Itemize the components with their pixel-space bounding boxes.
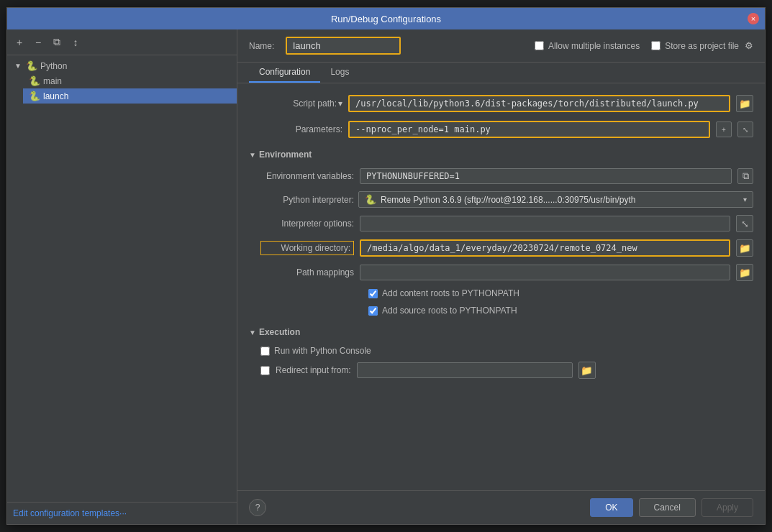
cancel-button[interactable]: Cancel	[639, 498, 696, 517]
working-dir-input[interactable]	[360, 239, 730, 257]
redirect-input-row: Redirect input from: 📁	[260, 362, 753, 379]
add-content-roots-checkbox[interactable]	[368, 289, 378, 298]
tab-logs[interactable]: Logs	[320, 63, 359, 83]
allow-multiple-group: Allow multiple instances	[535, 41, 640, 51]
tab-bar: Configuration Logs	[237, 63, 765, 83]
tab-configuration[interactable]: Configuration	[249, 63, 320, 83]
run-python-console-checkbox[interactable]	[260, 347, 270, 356]
store-project-checkbox[interactable]	[651, 41, 660, 50]
working-dir-browse-button[interactable]: 📁	[736, 239, 753, 257]
interpreter-select-text: Remote Python 3.6.9 (sftp://root@192.168…	[381, 195, 739, 205]
redirect-input-field[interactable]	[357, 362, 573, 378]
ok-button[interactable]: OK	[590, 498, 632, 517]
env-section-title: Environment	[259, 150, 312, 160]
sidebar-footer: Edit configuration templates···	[7, 502, 237, 524]
run-python-console-label: Run with Python Console	[274, 346, 371, 356]
sidebar: + − ⧉ ↕ ▼ 🐍 Python 🐍 main	[7, 29, 237, 524]
help-button[interactable]: ?	[249, 499, 266, 516]
python-group-icon: 🐍	[26, 60, 37, 71]
tree-node-main[interactable]: 🐍 main	[23, 73, 237, 88]
config-content: Script path: ▾ 📁 Parameters: + ⤡	[237, 83, 765, 490]
store-project-group: Store as project file ⚙	[651, 40, 753, 51]
allow-multiple-checkbox[interactable]	[535, 41, 544, 50]
store-project-label: Store as project file	[665, 41, 739, 51]
sidebar-toolbar: + − ⧉ ↕	[7, 29, 237, 55]
tree-main-label: main	[43, 76, 62, 86]
tree-expand-icon: ▼	[13, 61, 23, 71]
main-icon: 🐍	[29, 75, 40, 86]
script-dropdown-icon: ▾	[338, 98, 342, 109]
params-label: Parameters:	[249, 124, 342, 134]
apply-button[interactable]: Apply	[701, 498, 753, 517]
working-dir-row: Working directory: 📁	[260, 239, 753, 257]
close-button[interactable]: ×	[748, 13, 759, 24]
dialog-body: + − ⧉ ↕ ▼ 🐍 Python 🐍 main	[7, 29, 765, 524]
environment-section: Environment variables: ⧉ Python interpre…	[249, 168, 753, 316]
header-row: Name: Allow multiple instances Store as …	[237, 29, 765, 63]
exec-section-arrow: ▼	[249, 329, 256, 336]
execution-section-header: ▼ Execution	[249, 327, 753, 337]
interpreter-options-label: Interpreter options:	[260, 219, 354, 229]
script-browse-button[interactable]: 📁	[736, 95, 753, 112]
allow-multiple-label: Allow multiple instances	[548, 41, 640, 51]
add-source-roots-checkbox[interactable]	[368, 306, 378, 316]
env-vars-input[interactable]	[360, 168, 732, 184]
env-section-arrow: ▼	[249, 151, 256, 159]
path-mappings-input[interactable]	[360, 265, 730, 280]
add-content-roots-label: Add content roots to PYTHONPATH	[382, 288, 519, 298]
execution-section: Run with Python Console Redirect input f…	[249, 346, 753, 379]
working-dir-label: Working directory:	[260, 241, 354, 255]
add-source-roots-label: Add source roots to PYTHONPATH	[382, 306, 517, 316]
script-path-label-button[interactable]: Script path: ▾	[249, 98, 342, 109]
run-debug-dialog: Run/Debug Configurations × + − ⧉ ↕ ▼ 🐍 P…	[6, 7, 766, 525]
interpreter-options-expand-button[interactable]: ⤡	[736, 215, 753, 232]
copy-config-button[interactable]: ⧉	[49, 35, 65, 50]
remove-config-button[interactable]: −	[30, 35, 46, 50]
main-panel: Name: Allow multiple instances Store as …	[237, 29, 765, 524]
title-bar: Run/Debug Configurations ×	[7, 8, 765, 29]
path-mappings-row: Path mappings 📁	[260, 264, 753, 281]
run-python-console-row: Run with Python Console	[260, 346, 753, 356]
params-input[interactable]	[348, 121, 710, 138]
environment-section-header: ▼ Environment	[249, 150, 753, 160]
exec-section-title: Execution	[259, 327, 300, 337]
sort-config-button[interactable]: ↕	[68, 35, 83, 50]
add-config-button[interactable]: +	[12, 35, 27, 50]
interpreter-options-row: Interpreter options: ⤡	[260, 215, 753, 232]
edit-templates-link[interactable]: Edit configuration templates···	[13, 508, 127, 518]
tree-python-label: Python	[40, 61, 67, 71]
path-mappings-label: Path mappings	[260, 267, 354, 278]
name-input[interactable]	[286, 37, 401, 55]
params-row: Parameters: + ⤡	[249, 121, 753, 138]
tree-children: 🐍 main 🐍 launch	[7, 73, 237, 104]
env-vars-label: Environment variables:	[260, 171, 354, 181]
add-source-roots-row: Add source roots to PYTHONPATH	[260, 306, 753, 316]
redirect-input-label: Redirect input from:	[276, 365, 351, 375]
interpreter-label: Python interpreter:	[260, 195, 354, 205]
sidebar-tree: ▼ 🐍 Python 🐍 main 🐍 launch	[7, 55, 237, 502]
redirect-input-checkbox[interactable]	[260, 366, 270, 375]
redirect-browse-button[interactable]: 📁	[578, 362, 596, 379]
name-label: Name:	[249, 41, 274, 51]
gear-icon: ⚙	[745, 40, 753, 51]
interpreter-select[interactable]: 🐍 Remote Python 3.6.9 (sftp://root@192.1…	[358, 191, 753, 208]
params-expand-button[interactable]: +	[716, 121, 732, 137]
script-path-input[interactable]	[348, 95, 730, 112]
add-content-roots-row: Add content roots to PYTHONPATH	[260, 288, 753, 298]
interpreter-options-input[interactable]	[360, 216, 730, 231]
script-path-label: Script path:	[293, 98, 337, 109]
path-mappings-browse-button[interactable]: 📁	[736, 264, 753, 281]
tree-node-python[interactable]: ▼ 🐍 Python	[7, 58, 237, 73]
interpreter-row: Python interpreter: 🐍 Remote Python 3.6.…	[260, 191, 753, 208]
script-path-row: Script path: ▾ 📁	[249, 95, 753, 112]
tree-node-launch[interactable]: 🐍 launch	[23, 88, 237, 104]
dialog-footer: ? OK Cancel Apply	[237, 490, 765, 524]
env-vars-copy-button[interactable]: ⧉	[737, 168, 753, 184]
dialog-title: Run/Debug Configurations	[331, 14, 441, 24]
launch-icon: 🐍	[29, 91, 40, 101]
tree-launch-label: launch	[43, 91, 68, 101]
interpreter-python-icon: 🐍	[365, 194, 376, 205]
env-vars-row: Environment variables: ⧉	[260, 168, 753, 184]
interpreter-dropdown-icon: ▾	[743, 196, 747, 203]
params-fullscreen-button[interactable]: ⤡	[737, 121, 753, 137]
